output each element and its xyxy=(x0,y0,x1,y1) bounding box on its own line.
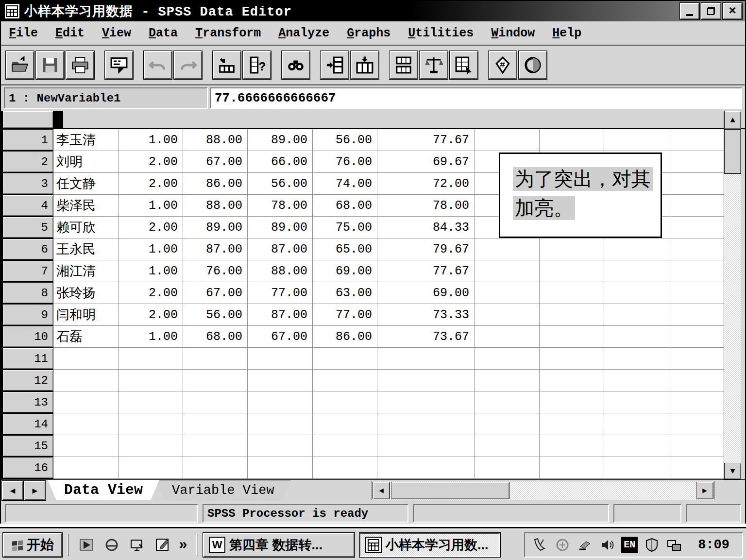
row-number-header[interactable]: 4 xyxy=(2,195,53,217)
cell-var[interactable] xyxy=(669,129,726,151)
cell-var[interactable] xyxy=(604,282,669,304)
insert-cases-button[interactable] xyxy=(321,51,349,79)
row-number-header[interactable]: 9 xyxy=(2,304,53,326)
cell-sex[interactable]: 1.00 xyxy=(119,195,183,217)
ime-shield-icon[interactable] xyxy=(644,537,660,553)
horizontal-scrollbar[interactable]: ◀ ▶ xyxy=(371,481,715,500)
row-number-header[interactable]: 3 xyxy=(2,173,53,195)
vertical-scroll-thumb[interactable] xyxy=(724,129,741,174)
scroll-down-button[interactable]: ▼ xyxy=(724,463,741,479)
cell-class1[interactable] xyxy=(183,435,248,457)
column-header[interactable] xyxy=(62,111,63,129)
cell-name[interactable]: 王永民 xyxy=(53,238,119,260)
menu-item[interactable]: Edit xyxy=(55,26,85,40)
cell-newvariable1[interactable]: 73.67 xyxy=(377,326,475,348)
cell-sex[interactable] xyxy=(119,391,183,413)
cell-var[interactable] xyxy=(540,370,604,391)
goto-case-button[interactable]: ? xyxy=(243,51,271,79)
cell-name[interactable]: 闫和明 xyxy=(53,304,119,326)
cell-sex[interactable]: 1.00 xyxy=(119,326,183,348)
scroll-left-button[interactable]: ◀ xyxy=(373,482,390,499)
menu-item[interactable]: Data xyxy=(149,26,178,40)
row-number-header[interactable]: 13 xyxy=(2,391,53,413)
cell-class2[interactable]: 87.00 xyxy=(248,304,313,326)
sync-icon[interactable] xyxy=(554,537,571,553)
cell-class3[interactable] xyxy=(313,348,377,370)
cell-var[interactable] xyxy=(540,238,604,260)
menu-item[interactable]: Graphs xyxy=(347,26,390,40)
volume-icon[interactable] xyxy=(599,537,615,553)
cell-class1[interactable]: 68.00 xyxy=(183,326,248,348)
cell-var[interactable] xyxy=(604,260,669,282)
cell-var[interactable] xyxy=(669,173,726,195)
cell-class2[interactable]: 87.00 xyxy=(248,238,313,260)
row-number-header[interactable]: 2 xyxy=(2,151,53,173)
cell-var[interactable] xyxy=(604,348,669,370)
cell-var[interactable] xyxy=(669,151,726,173)
row-number-header[interactable]: 11 xyxy=(2,348,53,370)
cell-class3[interactable]: 63.00 xyxy=(313,282,377,304)
tab-variable-view[interactable]: Variable View xyxy=(155,480,291,500)
cell-sex[interactable] xyxy=(119,370,183,391)
cell-class1[interactable]: 88.00 xyxy=(183,129,248,151)
cell-name[interactable]: 任文静 xyxy=(53,173,119,195)
cell-var[interactable] xyxy=(540,260,604,282)
cell-var[interactable] xyxy=(540,457,604,479)
cell-class2[interactable]: 66.00 xyxy=(248,151,313,173)
cell-var[interactable] xyxy=(604,304,669,326)
taskbar-item-spss-active[interactable]: 小样本学习用数... xyxy=(359,533,500,557)
undo-button[interactable] xyxy=(144,51,172,79)
redo-button[interactable] xyxy=(174,51,202,79)
cell-class1[interactable] xyxy=(183,348,248,370)
menu-item[interactable]: Transform xyxy=(195,26,261,40)
cell-newvariable1[interactable] xyxy=(377,413,475,435)
cell-var[interactable] xyxy=(475,282,540,304)
network-icon[interactable] xyxy=(666,537,682,553)
cell-name[interactable]: 刘明 xyxy=(53,151,119,173)
row-number-header[interactable]: 10 xyxy=(2,326,53,348)
split-file-button[interactable] xyxy=(390,51,418,79)
cell-var[interactable] xyxy=(604,391,669,413)
cell-sex[interactable]: 2.00 xyxy=(119,151,183,173)
cell-newvariable1[interactable]: 69.67 xyxy=(377,151,475,173)
cell-name[interactable]: 张玲扬 xyxy=(53,282,119,304)
cell-class1[interactable]: 88.00 xyxy=(183,195,248,217)
row-number-header[interactable]: 8 xyxy=(2,282,53,304)
cell-editor-field[interactable]: 77.6666666666667 xyxy=(210,87,742,109)
cell-var[interactable] xyxy=(669,391,726,413)
cell-class2[interactable] xyxy=(248,370,313,391)
cell-class3[interactable]: 86.00 xyxy=(313,326,377,348)
menu-item[interactable]: Analyze xyxy=(278,26,329,40)
minimize-button[interactable] xyxy=(680,3,699,19)
cell-var[interactable] xyxy=(669,238,726,260)
cell-class2[interactable]: 88.00 xyxy=(248,260,313,282)
cell-sex[interactable]: 1.00 xyxy=(119,260,183,282)
print-button[interactable] xyxy=(66,51,94,79)
open-file-button[interactable] xyxy=(6,51,34,79)
row-number-header[interactable]: 7 xyxy=(2,260,53,282)
cell-newvariable1[interactable] xyxy=(377,435,475,457)
cell-var[interactable] xyxy=(669,304,726,326)
cell-newvariable1[interactable] xyxy=(377,370,475,391)
cell-sex[interactable]: 2.00 xyxy=(119,173,183,195)
tab-data-view[interactable]: Data View xyxy=(48,480,159,500)
menu-item[interactable]: View xyxy=(102,26,131,40)
horizontal-scroll-thumb[interactable] xyxy=(391,482,509,499)
cell-var[interactable] xyxy=(604,435,669,457)
cell-name[interactable] xyxy=(53,370,119,391)
cell-sex[interactable] xyxy=(119,413,183,435)
row-number-header[interactable]: 14 xyxy=(2,413,53,435)
cell-var[interactable] xyxy=(475,260,540,282)
cell-sex[interactable] xyxy=(119,348,183,370)
scroll-up-button[interactable]: ▲ xyxy=(724,111,741,129)
cell-sex[interactable]: 1.00 xyxy=(119,129,183,151)
cell-newvariable1[interactable]: 77.67 xyxy=(377,260,475,282)
internet-explorer-icon[interactable] xyxy=(103,536,120,554)
chevron-more-icon[interactable]: » xyxy=(179,537,187,553)
cell-class2[interactable] xyxy=(248,413,313,435)
cell-class1[interactable]: 67.00 xyxy=(183,282,248,304)
cell-var[interactable] xyxy=(540,348,604,370)
cell-name[interactable] xyxy=(53,348,119,370)
cell-class2[interactable] xyxy=(248,348,313,370)
close-button[interactable]: × xyxy=(723,3,742,19)
